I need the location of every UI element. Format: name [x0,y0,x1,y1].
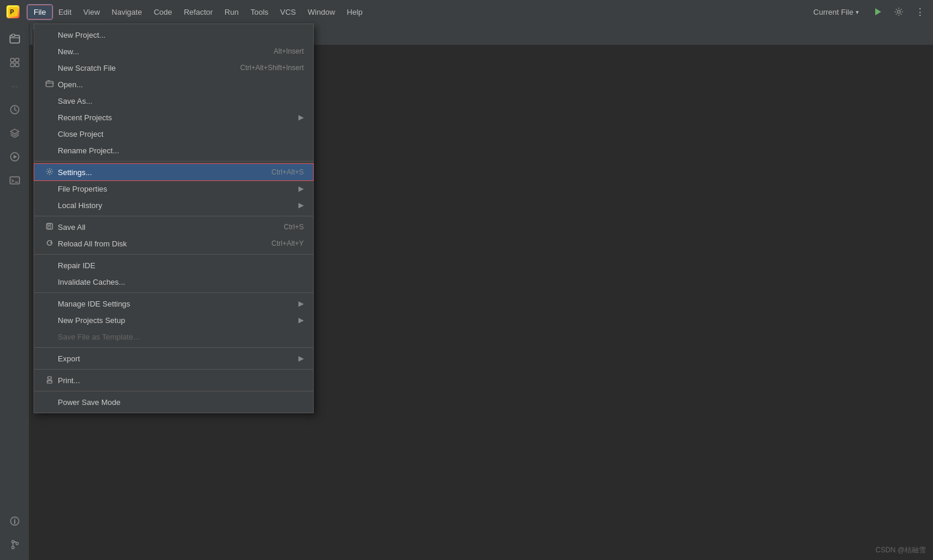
menu-item-reload-all[interactable]: Reload All from Disk Ctrl+Alt+Y [34,235,313,252]
menu-item-invalidate-caches[interactable]: Invalidate Caches... [34,274,313,290]
menu-item-power-save-mode[interactable]: Power Save Mode [34,394,313,410]
separator-6 [34,369,313,370]
print-label: Print... [58,376,304,385]
menu-navigate[interactable]: Navigate [106,5,147,19]
menu-item-file-properties[interactable]: File Properties ▶ [34,180,313,197]
invalidate-caches-label: Invalidate Caches... [58,278,304,286]
power-save-label: Power Save Mode [58,398,304,407]
sidebar-bottom [4,510,25,555]
menu-item-manage-ide-settings[interactable]: Manage IDE Settings ▶ [34,295,313,312]
reload-all-label: Reload All from Disk [58,239,271,248]
reload-icon [44,239,55,249]
new-projects-setup-arrow: ▶ [298,316,304,324]
current-file-label: Current File [813,8,853,17]
menu-item-new-scratch[interactable]: New Scratch File Ctrl+Alt+Shift+Insert [34,60,313,76]
menu-code-label: Code [154,8,172,17]
new-label: New... [58,47,274,56]
export-label: Export [58,354,298,363]
new-shortcut: Alt+Insert [274,47,304,55]
watermark-text: CSDN @桔融雪 [875,546,926,554]
sidebar-icon-structure[interactable] [4,52,25,73]
menu-vcs[interactable]: VCS [274,5,302,19]
chevron-down-icon: ▾ [856,9,859,15]
sidebar-icon-info[interactable] [4,510,25,532]
local-history-arrow: ▶ [298,201,304,209]
menu-refactor[interactable]: Refactor [178,5,219,19]
menu-item-rename-project[interactable]: Rename Project... [34,142,313,159]
svg-rect-26 [48,377,51,379]
menu-item-close-project[interactable]: Close Project [34,126,313,142]
menu-item-save-file-as-template: Save File as Template... [34,328,313,345]
menu-item-export[interactable]: Export ▶ [34,350,313,367]
manage-ide-settings-label: Manage IDE Settings [58,299,298,308]
menu-view[interactable]: View [77,5,106,19]
menu-item-repair-ide[interactable]: Repair IDE [34,257,313,274]
manage-ide-settings-arrow: ▶ [298,299,304,308]
new-scratch-shortcut: Ctrl+Alt+Shift+Insert [240,64,304,72]
menu-item-new[interactable]: New... Alt+Insert [34,43,313,60]
reload-all-shortcut: Ctrl+Alt+Y [271,239,304,248]
menu-file[interactable]: File [27,5,52,19]
recent-projects-arrow: ▶ [298,113,304,121]
menu-help[interactable]: Help [341,5,369,19]
settings-shortcut: Ctrl+Alt+S [271,168,304,176]
more-options-icon[interactable]: ⋮ [912,4,928,20]
svg-rect-13 [10,177,19,184]
menu-item-settings[interactable]: Settings... Ctrl+Alt+S [34,164,313,180]
menu-item-recent-projects[interactable]: Recent Projects ▶ [34,109,313,126]
sidebar-dots[interactable]: ··· [4,75,25,97]
svg-point-16 [14,519,15,520]
run-button[interactable] [869,4,886,20]
file-properties-arrow: ▶ [298,185,304,193]
svg-rect-7 [15,58,19,62]
menu-tools[interactable]: Tools [245,5,274,19]
sidebar-icon-project[interactable] [4,28,25,50]
open-label: Open... [58,80,304,89]
new-scratch-label: New Scratch File [58,64,240,73]
svg-point-19 [16,542,18,545]
close-project-label: Close Project [58,130,304,139]
settings-label: Settings... [58,168,271,177]
export-arrow: ▶ [298,354,304,363]
svg-rect-6 [11,58,14,62]
current-file-button[interactable]: Current File ▾ [807,5,865,19]
menubar: P File Edit View Navigate Code Refactor … [0,0,933,24]
menu-navigate-label: Navigate [111,8,142,17]
menu-edit[interactable]: Edit [52,5,77,19]
menu-item-new-projects-setup[interactable]: New Projects Setup ▶ [34,312,313,328]
settings-menu-icon [44,167,55,177]
menu-run-label: Run [225,8,239,17]
svg-rect-23 [48,223,51,225]
save-all-shortcut: Ctrl+S [284,223,304,231]
sidebar-icon-git[interactable] [4,534,25,555]
menu-file-label: File [34,8,46,17]
menu-tools-label: Tools [251,8,268,17]
svg-marker-2 [875,8,881,15]
menu-code[interactable]: Code [148,5,178,19]
save-template-label: Save File as Template... [58,332,304,341]
sidebar-icon-terminal[interactable] [4,170,25,191]
svg-rect-9 [15,63,19,67]
menu-item-new-project[interactable]: New Project... [34,27,313,43]
settings-icon[interactable] [891,4,907,20]
sidebar-icon-layers[interactable] [4,123,25,144]
menu-window[interactable]: Window [302,5,341,19]
menu-item-save-as[interactable]: Save As... [34,93,313,109]
menu-item-print[interactable]: Print... [34,372,313,388]
sidebar-icon-plugins[interactable] [4,99,25,120]
menu-item-local-history[interactable]: Local History ▶ [34,197,313,213]
sidebar-icon-run[interactable] [4,146,25,167]
menu-window-label: Window [308,8,335,17]
rename-project-label: Rename Project... [58,146,304,155]
menu-run[interactable]: Run [219,5,245,19]
menu-edit-label: Edit [58,8,71,17]
svg-marker-12 [14,155,17,159]
svg-point-27 [48,381,49,382]
new-projects-setup-label: New Projects Setup [58,316,298,325]
repair-ide-label: Repair IDE [58,261,304,270]
menu-help-label: Help [347,8,363,17]
menu-item-save-all[interactable]: Save All Ctrl+S [34,219,313,235]
svg-rect-20 [46,81,53,87]
menu-item-open[interactable]: Open... [34,76,313,93]
separator-2 [34,216,313,216]
